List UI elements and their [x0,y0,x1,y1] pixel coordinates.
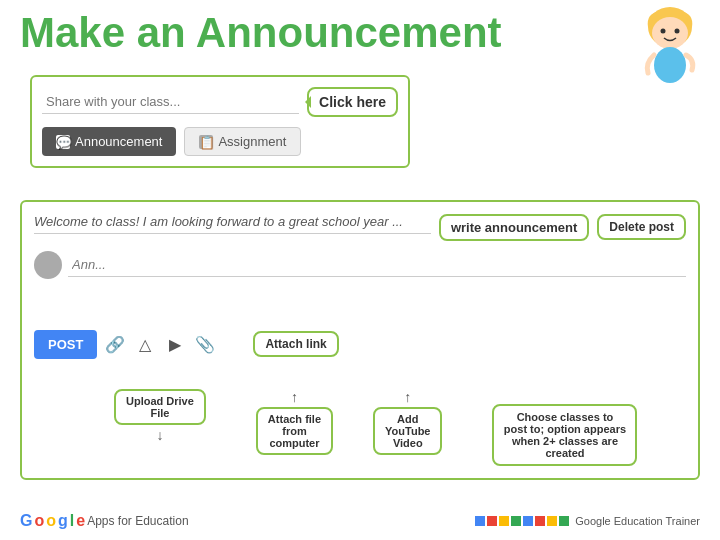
tab-assignment-label: Assignment [218,134,286,149]
attachment-icon[interactable]: 📎 [193,332,217,356]
svg-point-4 [654,47,686,83]
google-logo: Google [20,512,85,530]
color-sq-4 [511,516,521,526]
color-sq-3 [499,516,509,526]
youtube-arrow: ↑ [404,389,411,405]
write-area-row: Welcome to class! I am looking forward t… [34,214,686,241]
click-here-bubble[interactable]: Click here [307,87,398,117]
tab-assignment[interactable]: 📋 Assignment [184,127,301,156]
upload-drive-group: Upload DriveFile ↓ [114,389,206,443]
announcement-icon: 💬 [56,135,70,149]
upload-drive-bubble: Upload DriveFile [114,389,206,425]
tab-announcement-label: Announcement [75,134,162,149]
color-squares [475,516,569,526]
attach-file-arrow: ↑ [291,389,298,405]
footer: Google Apps for Education Google Educati… [20,512,700,530]
attach-file-group: ↑ Attach filefromcomputer [256,389,333,455]
svg-point-2 [661,29,666,34]
choose-classes-bubble: Choose classes topost to; option appears… [492,404,637,466]
delete-post-bubble[interactable]: Delete post [597,214,686,240]
footer-right: Google Education Trainer [475,515,700,527]
share-panel: Click here 💬 Announcement 📋 Assignment [30,75,410,168]
announcement-text: Welcome to class! I am looking forward t… [34,214,431,234]
color-sq-1 [475,516,485,526]
ann-input[interactable] [68,253,686,277]
share-input[interactable] [42,90,299,114]
svg-point-1 [652,17,688,49]
share-input-row: Click here [42,87,398,117]
color-sq-2 [487,516,497,526]
attach-file-bubble: Attach filefromcomputer [256,407,333,455]
tabs-row: 💬 Announcement 📋 Assignment [42,127,398,156]
youtube-icon[interactable]: ▶ [163,332,187,356]
ann-row [34,251,686,279]
color-sq-5 [523,516,533,526]
google-branding: Google Apps for Education [20,512,189,530]
link-icon[interactable]: 🔗 [103,332,127,356]
page-title: Make an Announcement [0,0,720,66]
color-sq-7 [547,516,557,526]
toolbar-row: POST 🔗 △ ▶ 📎 Attach link Training Class … [34,307,686,381]
upload-drive-arrow: ↓ [156,427,163,443]
drive-icon[interactable]: △ [133,332,157,356]
svg-point-3 [675,29,680,34]
bottom-labels-row: Upload DriveFile ↓ ↑ Attach filefromcomp… [34,389,686,466]
assignment-icon: 📋 [199,135,213,149]
write-announcement-bubble: write announcement [439,214,589,241]
main-panel: Welcome to class! I am looking forward t… [20,200,700,480]
attach-link-bubble: Attach link [253,331,338,357]
youtube-group: ↑ AddYouTubeVideo [373,389,442,455]
color-sq-6 [535,516,545,526]
user-avatar [34,251,62,279]
apps-for-education-text: Apps for Education [87,514,188,528]
color-sq-8 [559,516,569,526]
tab-announcement[interactable]: 💬 Announcement [42,127,176,156]
youtube-bubble: AddYouTubeVideo [373,407,442,455]
post-button[interactable]: POST [34,330,97,359]
trainer-text: Google Education Trainer [575,515,700,527]
character-illustration [630,5,710,85]
